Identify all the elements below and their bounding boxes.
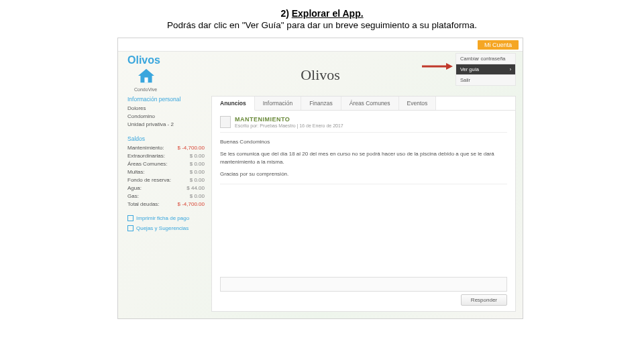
tab-informacion[interactable]: Información [255, 97, 301, 110]
svg-marker-3 [446, 63, 453, 70]
brand-sublabel: CondoVive [134, 87, 174, 92]
app-header: Olivos CondoVive Olivos Cambiar contrase… [118, 52, 523, 96]
balance-row: Gas:$ 0.00 [127, 192, 205, 200]
post-thanks: Gracias por su comprensión. [220, 170, 507, 178]
sidebar-user-unit: Unidad privativa - 2 [127, 121, 205, 129]
announcement-post: MANTENIMIENTO Escrito por: Pruebas Maest… [212, 111, 515, 311]
sidebar-print-label: Imprimir ficha de pago [136, 215, 189, 221]
post-message: Se les comunica que del día 18 al 20 del… [220, 150, 507, 166]
balance-row: Total deudas:$ -4,700.00 [127, 200, 205, 208]
sidebar-user-name: Dolores [127, 105, 205, 113]
sidebar-balances-heading: Saldos [127, 135, 205, 142]
chat-icon [127, 225, 133, 231]
sidebar-print-link[interactable]: Imprimir ficha de pago [127, 215, 205, 221]
sidebar: Información personal Dolores Condomino U… [127, 96, 205, 312]
dropdown-view-guide-label: Ver guía [460, 66, 479, 72]
post-meta: Escrito por: Pruebas Maestro | 16 de Ene… [235, 123, 343, 128]
sidebar-user-role: Condomino [127, 113, 205, 121]
post-greeting: Buenas Condominos [220, 138, 507, 146]
sidebar-complaints-label: Quejas y Sugerencias [136, 225, 189, 231]
main-panel: Anuncios Información Finanzas Áreas Comu… [211, 96, 516, 312]
balance-row: Extraordinarias:$ 0.00 [127, 152, 205, 160]
dropdown-logout[interactable]: Salir [455, 74, 516, 86]
brand-name: Olivos [127, 54, 174, 66]
sidebar-personal-info-heading: Información personal [127, 96, 205, 103]
tab-eventos[interactable]: Eventos [399, 97, 437, 110]
reply-button[interactable]: Responder [461, 294, 507, 306]
tab-bar: Anuncios Información Finanzas Áreas Comu… [212, 97, 515, 111]
balance-row: Mantenimiento:$ -4,700.00 [127, 144, 205, 152]
balance-row: Multas:$ 0.00 [127, 168, 205, 176]
tab-anuncios[interactable]: Anuncios [212, 97, 255, 111]
account-dropdown: Cambiar contraseña Ver guía › Salir [455, 53, 516, 86]
post-title: MANTENIMIENTO [235, 116, 343, 123]
print-icon [127, 215, 133, 221]
app-screenshot: Mi Cuenta Olivos CondoVive Olivos Cambia… [117, 38, 523, 319]
dropdown-change-password[interactable]: Cambiar contraseña [455, 53, 516, 64]
tab-areas-comunes[interactable]: Áreas Comunes [341, 97, 399, 110]
tab-finanzas[interactable]: Finanzas [301, 97, 341, 110]
step-title: Explorar el App. [292, 8, 364, 19]
step-number: 2) [280, 8, 288, 19]
chevron-right-icon: › [510, 67, 511, 72]
balance-row: Agua:$ 44.00 [127, 184, 205, 192]
balance-row: Fondo de reserva:$ 0.00 [127, 176, 205, 184]
dropdown-view-guide[interactable]: Ver guía › [455, 64, 516, 74]
top-utility-bar: Mi Cuenta [118, 38, 523, 52]
sidebar-complaints-link[interactable]: Quejas y Sugerencias [127, 225, 205, 231]
step-description: Podrás dar clic en "Ver Guía" para dar u… [20, 20, 624, 30]
reply-input[interactable] [220, 277, 507, 292]
document-icon [220, 116, 231, 128]
slide-heading: 2) Explorar el App. Podrás dar clic en "… [0, 0, 644, 30]
my-account-button[interactable]: Mi Cuenta [478, 40, 519, 50]
balance-row: Áreas Comunes:$ 0.00 [127, 160, 205, 168]
callout-arrow-icon [422, 62, 453, 70]
